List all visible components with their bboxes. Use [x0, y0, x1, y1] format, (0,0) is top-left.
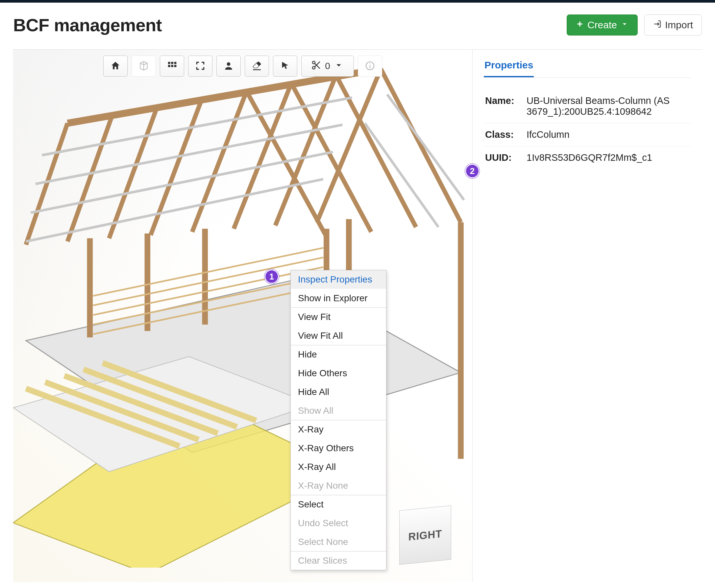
callout-marker-2: 2	[465, 164, 480, 178]
info-icon	[365, 61, 375, 72]
context-menu-item[interactable]: Inspect Properties	[291, 270, 386, 289]
context-menu-item[interactable]: Select	[291, 495, 386, 514]
svg-line-23	[365, 123, 438, 227]
create-button[interactable]: Create	[567, 15, 638, 36]
svg-line-7	[67, 115, 112, 241]
import-button[interactable]: Import	[644, 15, 702, 36]
svg-rect-42	[174, 62, 176, 64]
svg-line-22	[387, 94, 464, 200]
context-menu-item: X-Ray None	[291, 476, 386, 495]
svg-line-10	[192, 91, 246, 232]
page-root: BCF management Create Import	[0, 0, 715, 588]
svg-rect-45	[174, 65, 176, 67]
svg-point-54	[369, 63, 370, 64]
properties-table: Name: UB-Universal Beams-Column (AS 3679…	[484, 89, 691, 169]
svg-line-20	[30, 152, 333, 213]
sidebar-tabs: Properties	[484, 56, 691, 78]
plus-icon	[575, 19, 584, 30]
cube-right-face[interactable]: RIGHT	[399, 505, 451, 565]
tab-properties[interactable]: Properties	[484, 56, 534, 77]
cube-icon	[139, 61, 149, 72]
context-menu-item[interactable]: X-Ray	[291, 420, 386, 439]
context-menu-item[interactable]: X-Ray All	[291, 458, 386, 476]
prop-name-key: Name:	[484, 89, 525, 123]
svg-line-6	[26, 123, 67, 245]
context-menu-item: Select None	[291, 532, 386, 551]
prop-uuid-key: UUID:	[484, 146, 525, 169]
context-menu-item[interactable]: View Fit All	[291, 326, 386, 345]
create-label: Create	[587, 19, 617, 30]
prop-row-name: Name: UB-Universal Beams-Column (AS 3679…	[484, 89, 691, 123]
slice-dropdown[interactable]: 0	[301, 56, 354, 77]
model-viewer[interactable]: 0 Inspect PropertiesShow in ExplorerView…	[13, 50, 472, 582]
header-actions: Create Import	[567, 15, 702, 36]
svg-rect-43	[168, 65, 170, 67]
context-menu-item: Undo Select	[291, 514, 386, 532]
main-area: 0 Inspect PropertiesShow in ExplorerView…	[13, 49, 702, 582]
chevron-down-icon	[620, 19, 629, 30]
prop-class-key: Class:	[484, 123, 525, 146]
view-cube[interactable]: RIGHT	[387, 497, 463, 573]
avatar-button[interactable]	[216, 56, 241, 77]
context-menu-item[interactable]: View Fit	[291, 308, 386, 326]
context-menu-item[interactable]: X-Ray Others	[291, 439, 386, 458]
properties-panel: Properties Name: UB-Universal Beams-Colu…	[472, 50, 702, 582]
home-button[interactable]	[103, 56, 128, 77]
context-menu-item[interactable]: Show in Explorer	[291, 289, 386, 308]
info-button[interactable]	[358, 56, 382, 77]
callout-marker-1: 1	[265, 269, 279, 284]
eraser-icon	[252, 61, 262, 72]
svg-line-21	[26, 179, 323, 242]
prop-row-uuid: UUID: 1Iv8RS53D6GQR7f2Mm$_c1	[484, 146, 691, 169]
pointer-button[interactable]	[273, 56, 297, 77]
pointer-icon	[280, 61, 290, 72]
eraser-button[interactable]	[245, 56, 269, 77]
prop-row-class: Class: IfcColumn	[484, 123, 691, 146]
expand-icon	[195, 61, 206, 72]
page-header: BCF management Create Import	[13, 15, 702, 36]
views-button[interactable]	[160, 56, 184, 77]
user-icon	[223, 61, 234, 72]
import-label: Import	[665, 19, 693, 30]
svg-rect-44	[171, 65, 173, 67]
prop-class-value: IfcColumn	[525, 123, 691, 146]
context-menu-item: Clear Slices	[291, 551, 386, 570]
svg-rect-41	[171, 62, 173, 64]
box-button[interactable]	[131, 56, 156, 77]
slice-count: 0	[325, 61, 330, 71]
context-menu-item[interactable]: Hide	[291, 345, 386, 364]
import-icon	[653, 19, 662, 30]
context-menu-item[interactable]: Hide All	[291, 382, 386, 401]
svg-point-46	[227, 62, 231, 66]
home-icon	[110, 61, 121, 72]
page-title: BCF management	[13, 15, 162, 35]
grid-icon	[167, 61, 177, 72]
svg-rect-40	[168, 62, 170, 64]
fullscreen-button[interactable]	[188, 56, 212, 77]
context-menu-item: Show All	[291, 401, 386, 420]
scissors-icon	[311, 60, 322, 73]
model-sketch	[13, 50, 472, 568]
viewer-toolbar: 0	[103, 56, 382, 77]
context-menu-item[interactable]: Hide Others	[291, 364, 386, 382]
svg-line-14	[381, 69, 461, 222]
context-menu: Inspect PropertiesShow in ExplorerView F…	[290, 270, 386, 570]
caret-down-icon	[334, 60, 344, 73]
prop-uuid-value: 1Iv8RS53D6GQR7f2Mm$_c1	[525, 146, 691, 169]
prop-name-value: UB-Universal Beams-Column (AS 3679_1):20…	[525, 89, 691, 123]
